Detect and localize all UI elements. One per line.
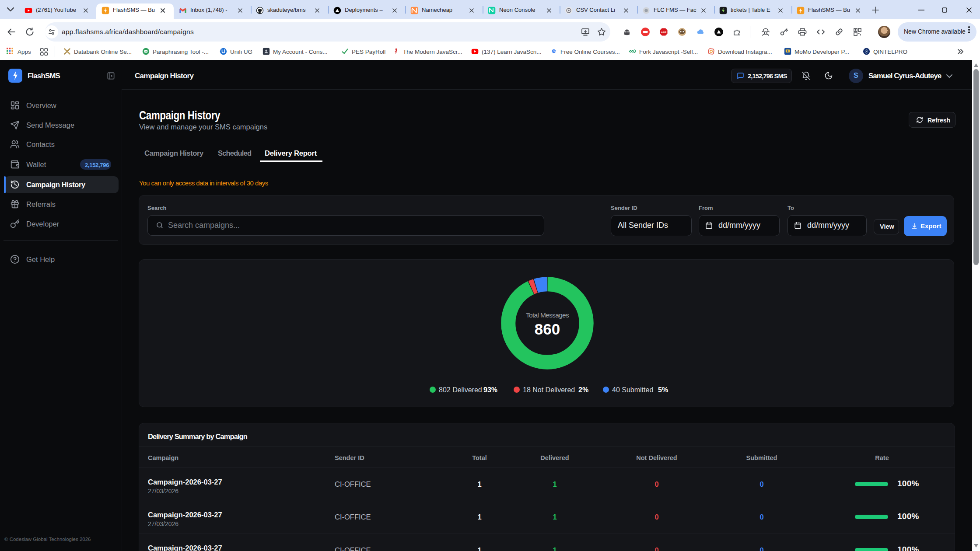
svg-text:ABP: ABP — [661, 31, 667, 34]
